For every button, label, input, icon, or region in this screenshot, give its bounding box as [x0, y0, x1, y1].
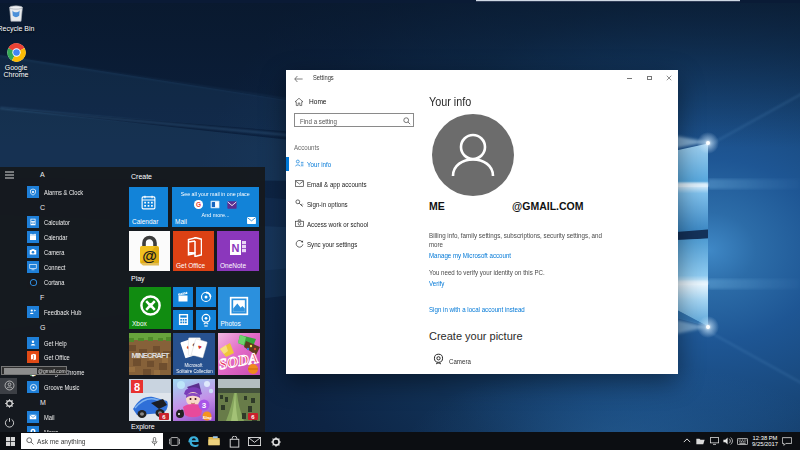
svg-text:MINECRAFT: MINECRAFT	[132, 351, 170, 360]
svg-text:King: King	[201, 415, 212, 420]
svg-text:3: 3	[202, 401, 207, 410]
svg-text:@: @	[142, 247, 157, 264]
svg-text:8: 8	[134, 381, 140, 393]
svg-text:N: N	[232, 242, 240, 254]
